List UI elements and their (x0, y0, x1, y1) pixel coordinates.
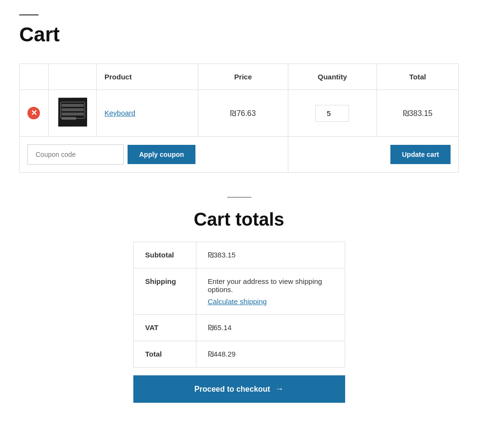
coupon-form: Apply coupon (27, 144, 280, 165)
col-header-price: Price (198, 64, 288, 90)
product-name-cell: Keyboard (97, 90, 198, 137)
product-qty-cell (288, 90, 376, 137)
shipping-value-cell: Enter your address to view shipping opti… (196, 269, 345, 315)
shipping-label: Shipping (133, 269, 196, 315)
subtotal-value: ₪383.15 (196, 242, 345, 269)
product-price-cell: ₪76.63 (198, 90, 288, 137)
product-total: ₪383.15 (403, 109, 433, 117)
product-image (58, 98, 87, 127)
section-divider (227, 197, 251, 198)
apply-coupon-button[interactable]: Apply coupon (128, 145, 195, 164)
proceed-to-checkout-button[interactable]: Proceed to checkout → (133, 375, 345, 403)
remove-item-button[interactable]: ✕ (27, 107, 40, 119)
shipping-row: Shipping Enter your address to view ship… (133, 269, 345, 315)
page-title: Cart (19, 23, 459, 46)
col-header-quantity: Quantity (288, 64, 376, 90)
coupon-input[interactable] (27, 144, 124, 165)
vat-label: VAT (133, 315, 196, 341)
totals-table: Subtotal ₪383.15 Shipping Enter your add… (133, 242, 345, 368)
total-row: Total ₪448.29 (133, 341, 345, 368)
product-link[interactable]: Keyboard (104, 109, 135, 117)
product-total-cell: ₪383.15 (377, 90, 459, 137)
vat-value: ₪65.14 (196, 315, 345, 341)
cart-totals-title: Cart totals (194, 209, 284, 230)
vat-row: VAT ₪65.14 (133, 315, 345, 341)
product-image-cell (49, 90, 97, 137)
remove-icon: ✕ (27, 107, 40, 119)
subtotal-row: Subtotal ₪383.15 (133, 242, 345, 269)
update-cart-cell: Update cart (288, 137, 458, 173)
col-header-product: Product (97, 64, 198, 90)
proceed-label: Proceed to checkout (194, 385, 270, 394)
coupon-cell: Apply coupon (20, 137, 288, 173)
product-price: ₪76.63 (230, 109, 256, 117)
col-header-remove (20, 64, 49, 90)
product-image-inner (58, 98, 87, 127)
svg-rect-2 (62, 108, 84, 111)
page-divider (19, 14, 39, 15)
col-header-image (49, 64, 97, 90)
coupon-row: Apply coupon Update cart (20, 137, 459, 173)
subtotal-label: Subtotal (133, 242, 196, 269)
update-cart-button[interactable]: Update cart (390, 145, 451, 164)
svg-rect-1 (62, 104, 84, 107)
total-label: Total (133, 341, 196, 368)
calculate-shipping-link[interactable]: Calculate shipping (208, 297, 267, 306)
quantity-input[interactable] (315, 105, 349, 122)
col-header-total: Total (377, 64, 459, 90)
cart-row: ✕ (20, 90, 459, 137)
remove-cell: ✕ (20, 90, 49, 137)
shipping-text: Enter your address to view shipping opti… (208, 277, 333, 294)
svg-rect-3 (62, 113, 84, 115)
cart-table: Product Price Quantity Total ✕ (19, 64, 459, 173)
arrow-icon: → (275, 384, 284, 394)
keyboard-thumbnail-icon (59, 98, 87, 126)
cart-totals-section: Cart totals Subtotal ₪383.15 Shipping En… (19, 178, 459, 403)
total-value: ₪448.29 (196, 341, 345, 368)
svg-rect-0 (59, 98, 87, 126)
